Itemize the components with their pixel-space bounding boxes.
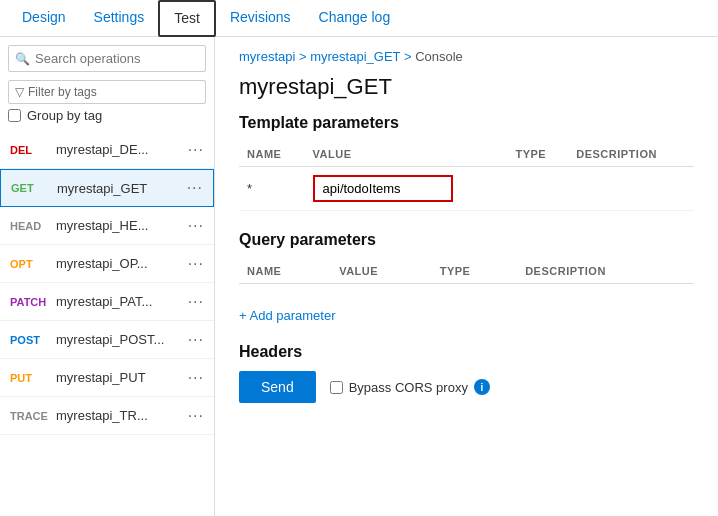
method-badge-patch: PATCH <box>10 296 48 308</box>
method-badge-head: HEAD <box>10 220 48 232</box>
col-header-desc: DESCRIPTION <box>568 142 694 167</box>
filter-label: Filter by tags <box>28 85 97 99</box>
query-col-desc: DESCRIPTION <box>517 259 694 284</box>
content-area: myrestapi > myrestapi_GET > Console myre… <box>215 37 718 516</box>
param-value-cell <box>305 167 508 211</box>
breadcrumb-sep2: > <box>404 49 415 64</box>
op-name: myrestapi_PAT... <box>56 294 180 309</box>
breadcrumb-console: Console <box>415 49 463 64</box>
list-item[interactable]: POST myrestapi_POST... ··· <box>0 321 214 359</box>
breadcrumb-get[interactable]: myrestapi_GET <box>310 49 400 64</box>
op-name: myrestapi_GET <box>57 181 179 196</box>
group-by-checkbox[interactable] <box>8 109 21 122</box>
tab-design[interactable]: Design <box>8 0 80 37</box>
method-badge-trace: TRACE <box>10 410 48 422</box>
op-name: myrestapi_POST... <box>56 332 180 347</box>
query-col-value: VALUE <box>331 259 432 284</box>
col-header-name: NAME <box>239 142 305 167</box>
send-row: Send Bypass CORS proxy i <box>239 371 694 403</box>
breadcrumb-sep1: > <box>299 49 310 64</box>
main-layout: 🔍 ▽ Filter by tags Group by tag DEL myre… <box>0 37 718 516</box>
add-param-button[interactable]: + Add parameter <box>239 304 335 327</box>
bypass-cors-label[interactable]: Bypass CORS proxy i <box>330 379 490 395</box>
list-item[interactable]: PATCH myrestapi_PAT... ··· <box>0 283 214 321</box>
list-item[interactable]: PUT myrestapi_PUT ··· <box>0 359 214 397</box>
send-button[interactable]: Send <box>239 371 316 403</box>
op-name: myrestapi_HE... <box>56 218 180 233</box>
op-dots[interactable]: ··· <box>187 179 203 197</box>
op-dots[interactable]: ··· <box>188 331 204 349</box>
col-header-value: VALUE <box>305 142 508 167</box>
filter-box[interactable]: ▽ Filter by tags <box>8 80 206 104</box>
group-by: Group by tag <box>8 108 206 123</box>
sidebar: 🔍 ▽ Filter by tags Group by tag DEL myre… <box>0 37 215 516</box>
search-icon: 🔍 <box>15 52 30 66</box>
table-row: * <box>239 167 694 211</box>
tab-settings[interactable]: Settings <box>80 0 159 37</box>
method-badge-put: PUT <box>10 372 48 384</box>
op-dots[interactable]: ··· <box>188 293 204 311</box>
page-title: myrestapi_GET <box>239 74 694 100</box>
list-item[interactable]: TRACE myrestapi_TR... ··· <box>0 397 214 435</box>
filter-icon: ▽ <box>15 85 24 99</box>
op-dots[interactable]: ··· <box>188 407 204 425</box>
method-badge-del: DEL <box>10 144 48 156</box>
breadcrumb-api[interactable]: myrestapi <box>239 49 295 64</box>
template-params-table: NAME VALUE TYPE DESCRIPTION * <box>239 142 694 211</box>
top-nav: Design Settings Test Revisions Change lo… <box>0 0 718 37</box>
list-item[interactable]: HEAD myrestapi_HE... ··· <box>0 207 214 245</box>
param-value-input[interactable] <box>313 175 453 202</box>
op-dots[interactable]: ··· <box>188 141 204 159</box>
info-icon[interactable]: i <box>474 379 490 395</box>
bypass-cors-checkbox[interactable] <box>330 381 343 394</box>
method-badge-opt: OPT <box>10 258 48 270</box>
bypass-cors-text: Bypass CORS proxy <box>349 380 468 395</box>
search-box: 🔍 <box>8 45 206 72</box>
op-dots[interactable]: ··· <box>188 255 204 273</box>
op-dots[interactable]: ··· <box>188 369 204 387</box>
template-params-title: Template parameters <box>239 114 694 132</box>
op-name: myrestapi_DE... <box>56 142 180 157</box>
param-type <box>507 167 568 211</box>
param-description <box>568 167 694 211</box>
op-name: myrestapi_PUT <box>56 370 180 385</box>
col-header-type: TYPE <box>507 142 568 167</box>
query-params-table: NAME VALUE TYPE DESCRIPTION <box>239 259 694 284</box>
ops-list: DEL myrestapi_DE... ··· GET myrestapi_GE… <box>0 131 214 516</box>
tab-changelog[interactable]: Change log <box>305 0 405 37</box>
op-name: myrestapi_TR... <box>56 408 180 423</box>
method-badge-post: POST <box>10 334 48 346</box>
group-by-label: Group by tag <box>27 108 102 123</box>
query-params-title: Query parameters <box>239 231 694 249</box>
op-name: myrestapi_OP... <box>56 256 180 271</box>
search-input[interactable] <box>8 45 206 72</box>
query-col-name: NAME <box>239 259 331 284</box>
query-col-type: TYPE <box>432 259 517 284</box>
param-name: * <box>239 167 305 211</box>
op-dots[interactable]: ··· <box>188 217 204 235</box>
method-badge-get: GET <box>11 182 49 194</box>
tab-test[interactable]: Test <box>158 0 216 37</box>
breadcrumb: myrestapi > myrestapi_GET > Console <box>239 49 694 64</box>
headers-title: Headers <box>239 343 694 361</box>
list-item-selected[interactable]: GET myrestapi_GET ··· <box>0 169 214 207</box>
list-item[interactable]: DEL myrestapi_DE... ··· <box>0 131 214 169</box>
list-item[interactable]: OPT myrestapi_OP... ··· <box>0 245 214 283</box>
tab-revisions[interactable]: Revisions <box>216 0 305 37</box>
